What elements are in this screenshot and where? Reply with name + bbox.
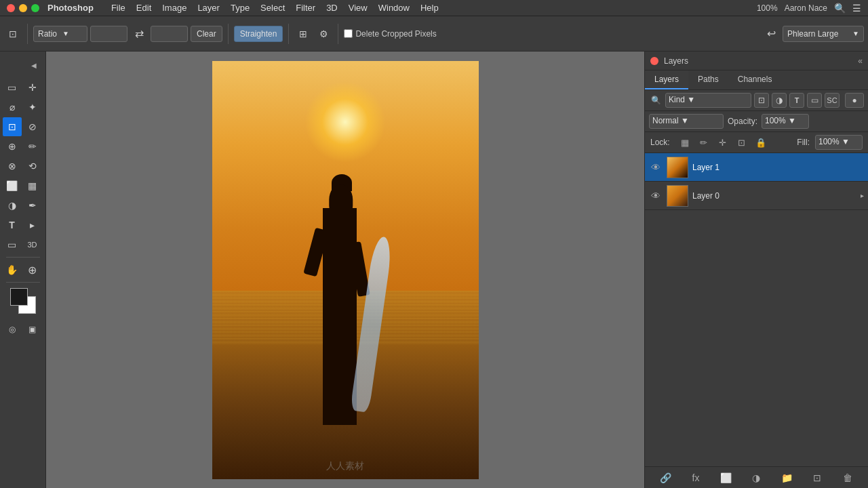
eyedropper-tool[interactable]: ⊘ — [23, 117, 42, 136]
fill-dropdown[interactable]: 100% ▼ — [815, 135, 863, 150]
undo-icon[interactable]: ↩ — [762, 25, 780, 43]
filter-search-icon[interactable]: 🔍 — [649, 94, 663, 107]
panel-close-button[interactable] — [650, 57, 658, 65]
canvas-area: 人人素材 — [46, 52, 644, 488]
delete-cropped-checkbox[interactable] — [344, 29, 353, 38]
link-layers-icon[interactable]: 🔗 — [657, 470, 673, 486]
layer-0-visibility-toggle[interactable]: 👁 — [649, 189, 663, 203]
menu-select[interactable]: Select — [255, 3, 290, 13]
change-screen-mode[interactable]: ▣ — [23, 320, 42, 339]
tool-row-7: ◑ ✒ — [3, 196, 43, 215]
menu-file[interactable]: File — [106, 3, 131, 13]
menu-edit[interactable]: Edit — [131, 3, 157, 13]
new-group-icon[interactable]: 📁 — [778, 470, 795, 486]
tab-paths[interactable]: Paths — [688, 70, 728, 89]
dodge-tool[interactable]: ◑ — [3, 196, 22, 215]
separator-3 — [288, 24, 289, 44]
tool-row-1: ▭ ✛ — [3, 78, 43, 97]
filter-toggle[interactable]: ● — [845, 93, 864, 108]
layer-1-thumbnail — [667, 157, 688, 178]
menu-window[interactable]: Window — [373, 3, 415, 13]
layer-style-icon[interactable]: fx — [688, 470, 704, 486]
brush-tool[interactable]: ✏ — [23, 137, 42, 156]
close-button[interactable] — [7, 4, 15, 12]
filter-kind-dropdown[interactable]: Kind ▼ — [665, 93, 751, 108]
menu-3d[interactable]: 3D — [321, 3, 343, 13]
filter-shape-icon[interactable]: ▭ — [807, 93, 822, 108]
height-input[interactable] — [151, 26, 188, 42]
healing-brush-tool[interactable]: ⊕ — [3, 137, 22, 156]
type-tool[interactable]: T — [3, 216, 22, 235]
menu-filter[interactable]: Filter — [290, 3, 321, 13]
eraser-tool[interactable]: ⬜ — [3, 176, 22, 195]
hand-tool[interactable]: ✋ — [3, 260, 22, 279]
lock-all-icon[interactable]: 🔒 — [754, 136, 768, 149]
clone-stamp-tool[interactable]: ⊗ — [3, 157, 22, 176]
settings-icon[interactable]: ⚙ — [315, 25, 332, 43]
panel-collapse-icon[interactable]: ◀ — [24, 56, 43, 75]
width-input[interactable] — [90, 26, 127, 42]
search-icon[interactable]: 🔍 — [834, 3, 846, 14]
layers-lock-row: Lock: ▦ ✏ ✛ ⊡ 🔒 Fill: 100% ▼ — [645, 132, 868, 153]
clear-button[interactable]: Clear — [191, 26, 222, 42]
blend-mode-dropdown[interactable]: Normal ▼ — [649, 114, 724, 129]
pen-tool[interactable]: ✒ — [23, 196, 42, 215]
rectangular-marquee-tool[interactable]: ▭ — [3, 78, 22, 97]
history-brush-tool[interactable]: ⟲ — [23, 157, 42, 176]
layer-1-visibility-toggle[interactable]: 👁 — [649, 161, 663, 174]
tab-layers[interactable]: Layers — [645, 70, 688, 89]
rectangle-tool[interactable]: ▭ — [3, 235, 22, 254]
delete-layer-icon[interactable]: 🗑 — [840, 470, 856, 486]
grid-icon[interactable]: ⊞ — [294, 25, 312, 43]
straighten-button[interactable]: Straighten — [234, 26, 283, 42]
layers-blend-row: Normal ▼ Opacity: 100% ▼ — [645, 111, 868, 132]
separator-1 — [27, 24, 28, 44]
menu-icon[interactable]: ☰ — [852, 3, 861, 14]
foreground-color-swatch[interactable] — [10, 288, 28, 306]
layer-mask-icon[interactable]: ⬜ — [718, 470, 734, 486]
ratio-dropdown[interactable]: Ratio ▼ — [33, 26, 87, 42]
menu-type[interactable]: Type — [225, 3, 255, 13]
quick-mask-mode[interactable]: ◎ — [3, 320, 22, 339]
font-dropdown[interactable]: Phlearn Large ▼ — [783, 26, 864, 42]
tab-channels[interactable]: Channels — [728, 70, 782, 89]
lock-transparency-icon[interactable]: ▦ — [678, 136, 692, 149]
crop-icon[interactable]: ⊡ — [4, 25, 22, 43]
maximize-button[interactable] — [31, 4, 39, 12]
opacity-dropdown[interactable]: 100% ▼ — [762, 114, 809, 129]
tool-separator-2 — [6, 282, 40, 283]
lasso-tool[interactable]: ⌀ — [3, 98, 22, 117]
path-selection-tool[interactable]: ▸ — [23, 216, 42, 235]
menu-layer[interactable]: Layer — [192, 3, 225, 13]
titlebar-right: 100% Aaron Nace 🔍 ☰ — [757, 3, 861, 14]
3d-tool[interactable]: 3D — [23, 235, 42, 254]
filter-pixel-icon[interactable]: ⊡ — [754, 93, 769, 108]
layer-item-1[interactable]: 👁 Layer 1 — [645, 153, 868, 182]
menu-view[interactable]: View — [343, 3, 373, 13]
tool-row-2: ⌀ ✦ — [3, 98, 43, 117]
filter-smart-icon[interactable]: SC — [825, 93, 840, 108]
panel-collapse-button[interactable]: « — [858, 56, 863, 66]
lock-paint-icon[interactable]: ✏ — [697, 136, 711, 149]
move-tool[interactable]: ✛ — [23, 78, 42, 97]
menu-image[interactable]: Image — [157, 3, 192, 13]
quick-select-tool[interactable]: ✦ — [23, 98, 42, 117]
zoom-tool[interactable]: ⊕ — [23, 260, 42, 279]
lock-artboard-icon[interactable]: ⊡ — [735, 136, 749, 149]
username: Aaron Nace — [785, 3, 827, 13]
adjustment-layer-icon[interactable]: ◑ — [748, 470, 764, 486]
swap-icon[interactable]: ⇄ — [130, 25, 148, 43]
color-swatches[interactable] — [10, 288, 36, 314]
gradient-tool[interactable]: ▦ — [23, 176, 42, 195]
new-artboard-icon[interactable]: ⊡ — [809, 470, 825, 486]
minimize-button[interactable] — [19, 4, 27, 12]
app-name: Photoshop — [47, 3, 94, 13]
menu-help[interactable]: Help — [415, 3, 444, 13]
filter-adjust-icon[interactable]: ◑ — [772, 93, 787, 108]
filter-type-icon[interactable]: T — [789, 93, 804, 108]
lock-position-icon[interactable]: ✛ — [716, 136, 730, 149]
layers-panel: Layers « Layers Paths Channels 🔍 Kind ▼ … — [644, 52, 868, 488]
crop-tool[interactable]: ⊡ — [3, 117, 22, 136]
layer-item-0[interactable]: 👁 Layer 0 ▸ — [645, 182, 868, 210]
tool-row-6: ⬜ ▦ — [3, 176, 43, 195]
